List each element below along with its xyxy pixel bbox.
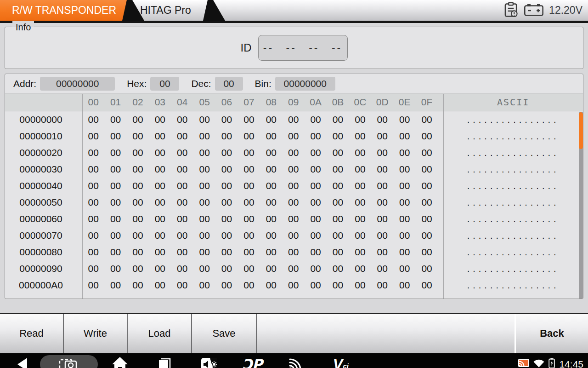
byte-cell[interactable]: 00 [371, 247, 393, 258]
byte-cell[interactable]: 00 [327, 230, 349, 241]
scrollbar-thumb[interactable] [579, 112, 583, 149]
byte-cell[interactable]: 00 [371, 230, 393, 241]
byte-cell[interactable]: 00 [349, 280, 371, 291]
id-value-field[interactable]: -- -- -- -- [258, 35, 348, 61]
byte-cell[interactable]: 00 [416, 247, 438, 258]
byte-cell[interactable]: 00 [215, 114, 237, 125]
byte-cell[interactable]: 00 [371, 164, 393, 175]
byte-cell[interactable]: 00 [127, 197, 149, 208]
byte-cell[interactable]: 00 [349, 131, 371, 142]
byte-cell[interactable]: 00 [193, 263, 215, 274]
byte-cell[interactable]: 00 [371, 147, 393, 158]
byte-cell[interactable]: 00 [193, 247, 215, 258]
byte-cell[interactable]: 00 [149, 131, 171, 142]
byte-cell[interactable]: 00 [171, 147, 193, 158]
byte-cell[interactable]: 00 [82, 230, 104, 241]
hex-value-field[interactable]: 00 [150, 77, 179, 91]
byte-cell[interactable]: 00 [349, 263, 371, 274]
byte-cell[interactable]: 00 [238, 213, 260, 224]
byte-cell[interactable]: 00 [104, 230, 126, 241]
byte-cell[interactable]: 00 [171, 180, 193, 191]
byte-cell[interactable]: 00 [238, 180, 260, 191]
byte-cell[interactable]: 00 [238, 164, 260, 175]
byte-cell[interactable]: 00 [393, 230, 415, 241]
byte-cell[interactable]: 00 [349, 197, 371, 208]
byte-cell[interactable]: 00 [349, 164, 371, 175]
byte-cell[interactable]: 00 [283, 280, 305, 291]
byte-cell[interactable]: 00 [283, 213, 305, 224]
nav-back-icon[interactable] [16, 357, 28, 368]
byte-cell[interactable]: 00 [305, 213, 327, 224]
nav-home-icon[interactable] [112, 356, 128, 368]
byte-cell[interactable]: 00 [104, 164, 126, 175]
byte-cell[interactable]: 00 [327, 213, 349, 224]
byte-cell[interactable]: 00 [283, 263, 305, 274]
byte-cell[interactable]: 00 [149, 230, 171, 241]
byte-cell[interactable]: 00 [349, 147, 371, 158]
byte-cell[interactable]: 00 [215, 247, 237, 258]
bin-value-field[interactable]: 00000000 [275, 77, 335, 91]
signal-arcs-icon[interactable] [288, 356, 304, 368]
byte-cell[interactable]: 00 [393, 213, 415, 224]
back-button[interactable]: Back [516, 314, 588, 353]
byte-cell[interactable]: 00 [283, 131, 305, 142]
screenshot-button[interactable] [40, 355, 98, 368]
byte-cell[interactable]: 00 [215, 280, 237, 291]
byte-cell[interactable]: 00 [305, 114, 327, 125]
nav-recents-icon[interactable] [157, 356, 172, 368]
byte-cell[interactable]: 00 [283, 197, 305, 208]
byte-cell[interactable]: 00 [327, 180, 349, 191]
byte-cell[interactable]: 00 [104, 263, 126, 274]
byte-cell[interactable]: 00 [327, 197, 349, 208]
byte-cell[interactable]: 00 [371, 131, 393, 142]
vci-logo[interactable]: V ci [333, 357, 349, 368]
byte-cell[interactable]: 00 [127, 230, 149, 241]
byte-cell[interactable]: 00 [215, 230, 237, 241]
byte-cell[interactable]: 00 [393, 131, 415, 142]
byte-cell[interactable]: 00 [127, 263, 149, 274]
byte-cell[interactable]: 00 [305, 230, 327, 241]
byte-cell[interactable]: 00 [371, 263, 393, 274]
byte-cell[interactable]: 00 [260, 280, 282, 291]
byte-cell[interactable]: 00 [416, 147, 438, 158]
byte-cell[interactable]: 00 [171, 131, 193, 142]
byte-cell[interactable]: 00 [149, 147, 171, 158]
byte-cell[interactable]: 00 [416, 280, 438, 291]
byte-cell[interactable]: 00 [127, 180, 149, 191]
byte-cell[interactable]: 00 [371, 197, 393, 208]
byte-cell[interactable]: 00 [416, 263, 438, 274]
byte-cell[interactable]: 00 [82, 131, 104, 142]
byte-cell[interactable]: 00 [104, 147, 126, 158]
byte-cell[interactable]: 00 [171, 280, 193, 291]
byte-cell[interactable]: 00 [149, 280, 171, 291]
byte-cell[interactable]: 00 [238, 263, 260, 274]
car-battery-icon[interactable] [524, 3, 543, 18]
byte-cell[interactable]: 00 [305, 131, 327, 142]
byte-cell[interactable]: 00 [149, 247, 171, 258]
byte-cell[interactable]: 00 [349, 230, 371, 241]
byte-cell[interactable]: 00 [260, 114, 282, 125]
byte-cell[interactable]: 00 [171, 114, 193, 125]
byte-cell[interactable]: 00 [171, 247, 193, 258]
byte-cell[interactable]: 00 [327, 147, 349, 158]
byte-cell[interactable]: 00 [104, 180, 126, 191]
dp-logo[interactable]: ƆP [242, 356, 262, 368]
addr-value-field[interactable]: 00000000 [40, 77, 115, 91]
byte-cell[interactable]: 00 [215, 197, 237, 208]
byte-cell[interactable]: 00 [283, 180, 305, 191]
byte-cell[interactable]: 00 [215, 213, 237, 224]
byte-cell[interactable]: 00 [349, 180, 371, 191]
byte-cell[interactable]: 00 [82, 247, 104, 258]
byte-cell[interactable]: 00 [260, 197, 282, 208]
byte-cell[interactable]: 00 [127, 147, 149, 158]
byte-cell[interactable]: 00 [193, 147, 215, 158]
byte-cell[interactable]: 00 [171, 213, 193, 224]
byte-cell[interactable]: 00 [349, 213, 371, 224]
byte-cell[interactable]: 00 [260, 247, 282, 258]
tab-hitag-pro-label[interactable]: HITAG Pro [140, 0, 191, 21]
byte-cell[interactable]: 00 [149, 114, 171, 125]
byte-cell[interactable]: 00 [349, 114, 371, 125]
byte-cell[interactable]: 00 [349, 247, 371, 258]
byte-cell[interactable]: 00 [149, 180, 171, 191]
byte-cell[interactable]: 00 [104, 213, 126, 224]
